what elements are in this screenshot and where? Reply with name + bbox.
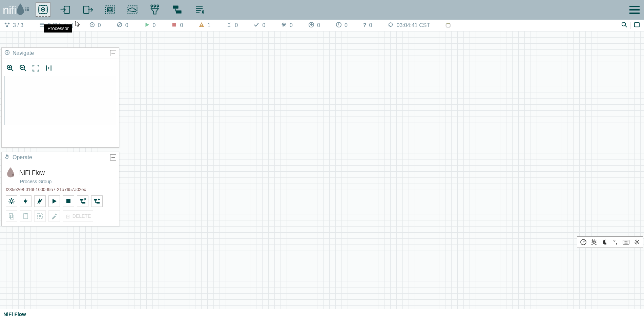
svg-rect-92 bbox=[55, 213, 57, 215]
transmitting-icon bbox=[89, 22, 95, 29]
birdseye-view[interactable] bbox=[4, 76, 116, 125]
ime-toolbar[interactable]: 英 °, bbox=[577, 236, 643, 248]
svg-line-76 bbox=[9, 203, 10, 203]
status-transmitting-value: 0 bbox=[98, 22, 101, 28]
svg-rect-15 bbox=[106, 6, 115, 14]
status-running-value: 0 bbox=[153, 22, 156, 28]
svg-point-29 bbox=[8, 22, 9, 24]
add-funnel-button[interactable] bbox=[147, 2, 162, 17]
status-sync-fail: 0 bbox=[336, 22, 348, 29]
search-button[interactable] bbox=[621, 22, 627, 29]
status-stopped: 0 bbox=[171, 22, 183, 29]
svg-rect-64 bbox=[12, 174, 13, 175]
svg-rect-6 bbox=[25, 10, 26, 11]
svg-line-73 bbox=[9, 199, 10, 200]
add-label-button[interactable] bbox=[192, 2, 207, 17]
ime-settings-icon[interactable] bbox=[633, 239, 640, 246]
status-time-value: 03:04:41 CST bbox=[396, 22, 430, 28]
status-uptodate-value: 0 bbox=[262, 22, 265, 28]
ime-gauge-icon[interactable] bbox=[580, 239, 587, 246]
svg-line-37 bbox=[118, 23, 121, 26]
add-processor-button[interactable] bbox=[36, 2, 50, 17]
zoom-actual-button[interactable] bbox=[44, 64, 53, 72]
navigate-collapse-button[interactable] bbox=[110, 50, 116, 56]
svg-rect-16 bbox=[107, 8, 113, 12]
svg-rect-101 bbox=[624, 241, 625, 241]
processor-tooltip: Processor bbox=[44, 24, 72, 33]
status-disabled: 0 bbox=[226, 22, 238, 29]
navigate-tools bbox=[4, 62, 116, 76]
status-nodes: 3 / 3 bbox=[4, 22, 23, 29]
svg-line-75 bbox=[13, 199, 14, 200]
svg-rect-1 bbox=[27, 7, 28, 8]
color-button[interactable] bbox=[48, 210, 60, 222]
zoom-out-button[interactable] bbox=[19, 64, 27, 72]
zoom-in-button[interactable] bbox=[6, 64, 15, 72]
global-menu-button[interactable] bbox=[628, 3, 641, 17]
svg-rect-78 bbox=[66, 199, 70, 203]
status-running: 0 bbox=[144, 22, 156, 29]
status-locally-modified-value: 0 bbox=[290, 22, 293, 28]
status-unknown-value: 0 bbox=[369, 22, 372, 28]
add-process-group-button[interactable] bbox=[103, 2, 118, 17]
delete-button[interactable]: DELETE bbox=[63, 210, 93, 222]
enable-button[interactable] bbox=[20, 195, 32, 207]
operate-panel-header: Operate bbox=[2, 152, 119, 163]
app-logo-text: nifi bbox=[3, 3, 16, 17]
svg-rect-87 bbox=[11, 215, 14, 219]
exclaim-circle-icon bbox=[336, 22, 342, 29]
svg-rect-65 bbox=[13, 174, 14, 175]
svg-rect-49 bbox=[338, 25, 339, 26]
check-icon bbox=[253, 22, 259, 29]
status-invalid-value: 1 bbox=[207, 22, 210, 28]
group-button[interactable] bbox=[34, 210, 46, 222]
configure-button[interactable] bbox=[6, 195, 17, 207]
add-output-port-button[interactable] bbox=[80, 2, 95, 17]
add-template-button[interactable] bbox=[170, 2, 185, 17]
operate-panel: Operate NiFi Flow Process Group f235e2e8… bbox=[1, 152, 119, 226]
stop-square-icon bbox=[171, 22, 177, 29]
upload-template-button[interactable] bbox=[91, 195, 103, 207]
status-time: 03:04:41 CST bbox=[388, 22, 430, 29]
svg-point-35 bbox=[91, 24, 93, 25]
zoom-fit-button[interactable] bbox=[32, 64, 40, 72]
svg-line-112 bbox=[638, 243, 639, 244]
refresh-icon[interactable] bbox=[388, 22, 394, 29]
operate-title: Operate bbox=[13, 154, 32, 161]
operate-collapse-button[interactable] bbox=[110, 154, 116, 161]
play-icon bbox=[144, 22, 150, 29]
svg-rect-22 bbox=[173, 5, 179, 8]
drop-icon bbox=[16, 3, 25, 16]
start-button[interactable] bbox=[48, 195, 60, 207]
svg-rect-40 bbox=[201, 25, 202, 26]
ime-keyboard-icon[interactable] bbox=[623, 239, 629, 246]
disable-button[interactable] bbox=[34, 195, 46, 207]
svg-rect-105 bbox=[624, 243, 627, 243]
svg-rect-38 bbox=[172, 23, 176, 26]
ime-punct-icon[interactable]: °, bbox=[612, 239, 619, 246]
status-locally-modified: 0 bbox=[281, 22, 293, 29]
svg-rect-2 bbox=[28, 7, 29, 8]
svg-point-21 bbox=[157, 5, 159, 7]
svg-rect-102 bbox=[625, 241, 626, 241]
ime-moon-icon[interactable] bbox=[601, 239, 608, 246]
status-unknown: ? 0 bbox=[363, 22, 372, 28]
add-input-port-button[interactable] bbox=[58, 2, 73, 17]
bulletin-button[interactable] bbox=[630, 22, 640, 29]
breadcrumb-root[interactable]: NiFi Flow bbox=[3, 311, 26, 317]
svg-line-114 bbox=[635, 243, 636, 244]
ime-lang[interactable]: 英 bbox=[591, 238, 597, 246]
create-template-button[interactable] bbox=[77, 195, 88, 207]
svg-rect-86 bbox=[9, 214, 13, 218]
svg-line-57 bbox=[11, 69, 13, 71]
status-not-transmitting-value: 0 bbox=[125, 22, 128, 28]
svg-rect-48 bbox=[338, 23, 339, 25]
svg-point-106 bbox=[636, 241, 638, 243]
paste-button[interactable] bbox=[20, 210, 32, 222]
breadcrumb-bar: NiFi Flow bbox=[0, 309, 644, 319]
stop-button[interactable] bbox=[63, 195, 74, 207]
svg-line-74 bbox=[13, 203, 14, 203]
up-arrow-circle-icon bbox=[308, 22, 314, 29]
add-remote-process-group-button[interactable] bbox=[125, 2, 140, 17]
copy-button[interactable] bbox=[6, 210, 17, 222]
